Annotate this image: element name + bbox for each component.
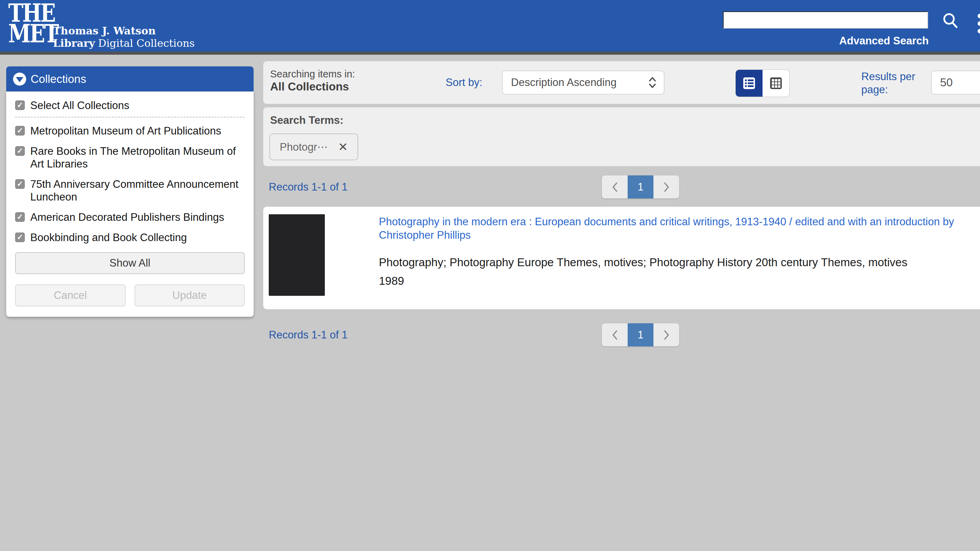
check-icon: ✓ (17, 213, 23, 221)
chevron-right-icon (662, 181, 671, 193)
logo-line-met: MET (8, 24, 58, 44)
checkbox-checked[interactable]: ✓ (15, 100, 25, 110)
results-per-page-label: Results per page: (861, 70, 928, 96)
collections-header[interactable]: Collections (6, 67, 254, 92)
search-term-text: Photogr⋯ (280, 141, 328, 153)
site-header: THE MET Thomas J. Watson LibraryDigital … (0, 0, 980, 52)
scope-value: All Collections (270, 80, 355, 94)
collections-title: Collections (30, 73, 86, 86)
collection-label: American Decorated Publishers Bindings (30, 211, 224, 224)
grid-view-icon (769, 76, 783, 91)
prev-page-button[interactable] (602, 175, 628, 198)
sidebar-divider (15, 117, 245, 118)
chevron-left-icon (611, 329, 619, 341)
searching-in-label: Searching items in: (270, 68, 355, 80)
collection-label: Rare Books in The Metropolitan Museum of… (30, 145, 245, 170)
collection-row-75th-anniversary[interactable]: ✓ 75th Anniversary Committee Announcemen… (15, 178, 245, 203)
next-page-button[interactable] (654, 323, 679, 346)
kebab-menu-icon[interactable] (978, 14, 980, 37)
check-icon: ✓ (17, 102, 23, 109)
result-text: Photography in the modern era : European… (379, 215, 978, 290)
search-icon[interactable] (942, 12, 959, 30)
checkbox-checked[interactable]: ✓ (15, 212, 25, 222)
caret-down-circle-icon (13, 73, 26, 86)
header-divider (0, 52, 980, 55)
checkbox-checked[interactable]: ✓ (15, 232, 25, 242)
records-count-link[interactable]: Records 1-1 of 1 (269, 181, 348, 193)
select-all-label: Select All Collections (30, 99, 129, 112)
result-subjects: Photography; Photography Europe Themes, … (379, 253, 978, 272)
checkbox-checked[interactable]: ✓ (15, 146, 25, 156)
update-button[interactable]: Update (135, 284, 245, 306)
result-card: Photography in the modern era : European… (263, 207, 980, 309)
collection-row-rare-books[interactable]: ✓ Rare Books in The Metropolitan Museum … (15, 145, 245, 170)
collection-label: Bookbinding and Book Collecting (30, 231, 187, 244)
collections-sidebar: Collections ✓ Select All Collections ✓ M… (6, 67, 254, 317)
search-input[interactable] (723, 11, 928, 29)
result-date: 1989 (379, 272, 978, 290)
show-all-button[interactable]: Show All (15, 252, 245, 274)
records-count-link[interactable]: Records 1-1 of 1 (269, 329, 348, 341)
results-toolbar: Searching items in: All Collections Sort… (263, 61, 980, 104)
collection-row-bookbinding[interactable]: ✓ Bookbinding and Book Collecting (15, 231, 245, 244)
sort-select[interactable]: Description Ascending (502, 70, 665, 95)
collection-label: Metropolitan Museum of Art Publications (30, 124, 221, 137)
result-title-link[interactable]: Photography in the modern era : European… (379, 215, 978, 242)
check-icon: ✓ (17, 180, 23, 188)
current-page-button[interactable]: 1 (628, 175, 654, 198)
remove-term-icon[interactable]: ✕ (338, 141, 348, 153)
next-page-button[interactable] (654, 175, 679, 198)
sort-select-value: Description Ascending (511, 76, 648, 89)
prev-page-button[interactable] (602, 323, 628, 346)
collection-row-decorated-bindings[interactable]: ✓ American Decorated Publishers Bindings (15, 211, 245, 224)
checkbox-checked[interactable]: ✓ (15, 126, 25, 135)
site-title: Thomas J. Watson LibraryDigital Collecti… (53, 25, 195, 49)
collection-label: 75th Anniversary Committee Announcement … (30, 178, 245, 203)
grid-view-button[interactable] (762, 70, 789, 97)
site-title-line2: LibraryDigital Collections (53, 37, 195, 49)
check-icon: ✓ (17, 233, 23, 241)
check-icon: ✓ (17, 127, 23, 135)
select-all-collections-row[interactable]: ✓ Select All Collections (15, 99, 245, 112)
pagination-top: 1 (602, 175, 679, 198)
records-bar-top: Records 1-1 of 1 1 (269, 175, 716, 198)
collection-row-met-publications[interactable]: ✓ Metropolitan Museum of Art Publication… (15, 124, 245, 137)
select-updown-icon (648, 76, 657, 89)
advanced-search-link[interactable]: Advanced Search (839, 35, 929, 47)
pagination-bottom: 1 (602, 323, 679, 346)
met-logo[interactable]: THE MET (8, 3, 58, 44)
check-icon: ✓ (17, 147, 23, 155)
collections-body: ✓ Select All Collections ✓ Metropolitan … (6, 92, 254, 317)
chevron-left-icon (611, 181, 619, 193)
search-terms-label: Search Terms: (270, 114, 344, 127)
records-bar-bottom: Records 1-1 of 1 1 (269, 323, 716, 346)
list-view-button[interactable] (736, 70, 762, 97)
cancel-button[interactable]: Cancel (15, 284, 126, 306)
book-thumbnail[interactable] (269, 214, 325, 296)
search-terms-panel: Search Terms: Photogr⋯ ✕ (263, 107, 980, 166)
site-title-line1: Thomas J. Watson (53, 25, 195, 37)
sidebar-actions: Cancel Update (15, 284, 245, 306)
view-toggle (736, 70, 789, 97)
results-per-page-input[interactable] (931, 70, 980, 95)
checkbox-checked[interactable]: ✓ (15, 179, 25, 189)
page: THE MET Thomas J. Watson LibraryDigital … (0, 0, 980, 551)
sort-by-label: Sort by: (445, 76, 482, 89)
list-view-icon (742, 76, 756, 91)
chevron-right-icon (662, 329, 671, 341)
current-page-button[interactable]: 1 (628, 323, 654, 346)
search-term-chip[interactable]: Photogr⋯ ✕ (269, 133, 358, 160)
search-scope: Searching items in: All Collections (270, 68, 355, 94)
